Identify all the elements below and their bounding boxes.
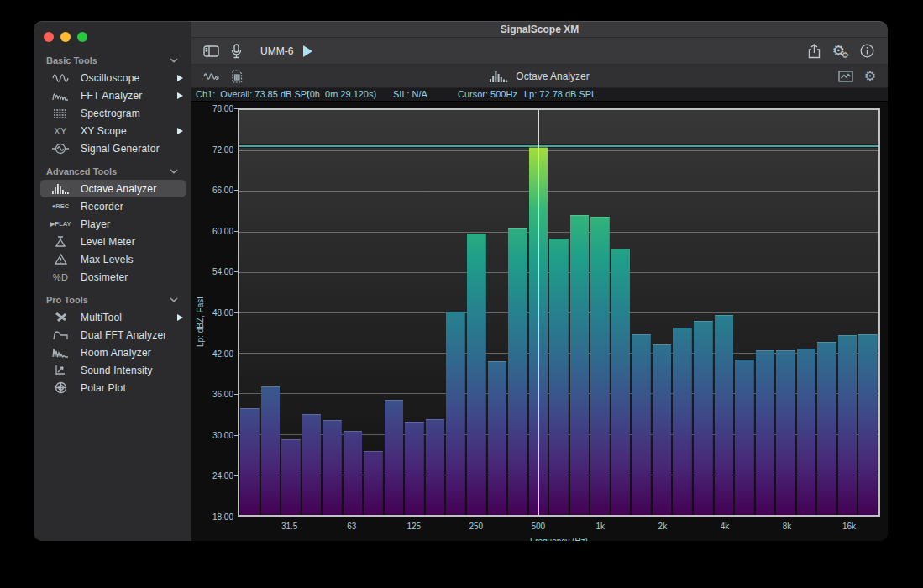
sidebar-item-dosimeter[interactable]: %D Dosimeter xyxy=(34,268,191,286)
spectrum-bar-1k[interactable] xyxy=(590,217,610,515)
octave-analyzer-icon xyxy=(46,183,75,194)
spectrum-bar-250[interactable] xyxy=(467,234,486,515)
sidebar-item-spectrogram[interactable]: Spectrogram xyxy=(34,104,191,122)
start-measurement-button[interactable] xyxy=(303,45,312,57)
y-tick-label: 72.00 xyxy=(191,145,233,155)
tool-settings-gears-icon[interactable]: ⚙ ⚙ xyxy=(832,44,845,58)
y-tick-label: 54.00 xyxy=(191,267,233,276)
sidebar-item-fft-analyzer[interactable]: FFT Analyzer xyxy=(34,87,191,104)
sidebar-item-label: Recorder xyxy=(75,201,183,213)
minimize-window-button[interactable] xyxy=(60,32,71,42)
plot-area[interactable] xyxy=(238,108,880,517)
spectrum-bar-25[interactable] xyxy=(261,386,281,515)
sidebar-item-dual-fft-analyzer[interactable]: Dual FFT Analyzer xyxy=(34,326,191,344)
sidebar-item-label: Max Levels xyxy=(75,254,183,265)
chart-display-options-icon[interactable] xyxy=(838,71,853,82)
submenu-arrow-icon[interactable] xyxy=(177,92,183,99)
status-cursor: Cursor: 500Hz xyxy=(458,89,517,99)
signal-flow-icon[interactable] xyxy=(203,71,220,81)
y-tick-label: 36.00 xyxy=(191,390,233,399)
submenu-arrow-icon[interactable] xyxy=(177,128,183,134)
tool-toolbar: Octave Analyzer ⚙ xyxy=(191,65,888,88)
spectrum-bar-1.6k[interactable] xyxy=(632,334,651,515)
spectrum-bar-400[interactable] xyxy=(508,228,527,515)
app-window: Basic Tools Oscilloscope FFT Analyzer xyxy=(34,21,888,541)
info-icon[interactable] xyxy=(860,44,874,58)
spectrum-bar-40[interactable] xyxy=(302,414,322,515)
zoom-window-button[interactable] xyxy=(77,32,87,42)
section-basic-tools[interactable]: Basic Tools xyxy=(34,52,191,69)
spectrum-bar-3.15k[interactable] xyxy=(694,321,713,515)
spectrum-bar-1.25k[interactable] xyxy=(611,249,631,515)
tool-list: Basic Tools Oscilloscope FFT Analyzer xyxy=(34,49,191,396)
spectrogram-icon xyxy=(46,108,75,118)
sidebar-item-max-levels[interactable]: Max Levels xyxy=(34,250,191,268)
y-tick-label: 48.00 xyxy=(191,308,233,318)
spectrum-bar-125[interactable] xyxy=(405,422,424,515)
device-name: UMM-6 xyxy=(260,45,293,57)
sidebar-item-oscilloscope[interactable]: Oscilloscope xyxy=(34,69,191,87)
sidebar-item-xy-scope[interactable]: XY XY Scope xyxy=(34,122,191,139)
section-label: Basic Tools xyxy=(46,55,97,66)
input-device-selector[interactable]: UMM-6 xyxy=(254,45,293,57)
status-channel-overall: Ch1: Overall: 73.85 dB SPL xyxy=(196,89,312,99)
spectrum-bar-800[interactable] xyxy=(570,215,590,515)
sidebar-toggle-button[interactable] xyxy=(203,45,219,57)
sidebar-item-sound-intensity[interactable]: Sound Intensity xyxy=(34,361,191,379)
spectrum-bar-315[interactable] xyxy=(488,361,507,515)
share-icon[interactable] xyxy=(808,44,821,59)
snapshot-document-icon[interactable] xyxy=(231,70,243,83)
warning-triangle-icon xyxy=(46,254,75,265)
xy-scope-icon: XY xyxy=(46,126,75,136)
polar-plot-icon xyxy=(46,381,75,394)
sidebar-item-room-analyzer[interactable]: Room Analyzer xyxy=(34,344,191,361)
play-icon: ▶PLAY xyxy=(46,220,75,228)
spectrum-bar-2k[interactable] xyxy=(653,344,672,515)
spectrum-bar-6.3k[interactable] xyxy=(756,350,775,515)
fft-analyzer-icon xyxy=(46,91,75,101)
x-tick-label: 1k xyxy=(582,522,619,531)
y-tick-label: 30.00 xyxy=(191,431,233,440)
section-pro-tools[interactable]: Pro Tools xyxy=(34,291,191,308)
sidebar-item-octave-analyzer[interactable]: Octave Analyzer xyxy=(40,180,186,197)
spectrum-bar-20[interactable] xyxy=(240,408,260,515)
spectrum-bar-12.5k[interactable] xyxy=(817,342,836,515)
bars-container xyxy=(239,110,878,515)
sidebar-item-signal-generator[interactable]: Signal Generator xyxy=(34,139,191,157)
sidebar-item-polar-plot[interactable]: Polar Plot xyxy=(34,379,191,396)
sidebar-item-label: Dosimeter xyxy=(75,271,183,283)
sidebar-item-player[interactable]: ▶PLAY Player xyxy=(34,215,191,233)
dual-fft-icon xyxy=(46,330,75,340)
sidebar-item-label: Level Meter xyxy=(75,236,183,248)
spectrum-bar-50[interactable] xyxy=(323,420,342,515)
close-window-button[interactable] xyxy=(44,32,54,42)
sidebar-item-label: FFT Analyzer xyxy=(75,90,177,102)
sidebar-item-recorder[interactable]: ●REC Recorder xyxy=(34,197,191,215)
x-tick-label: 63 xyxy=(333,522,370,531)
cursor-line[interactable] xyxy=(538,110,540,515)
spectrum-bar-8k[interactable] xyxy=(776,350,795,515)
sidebar-item-label: XY Scope xyxy=(75,125,177,137)
spectrum-bar-5k[interactable] xyxy=(735,360,754,515)
spectrum-bar-63[interactable] xyxy=(344,431,363,515)
microphone-icon[interactable] xyxy=(231,44,242,59)
sidebar-item-multitool[interactable]: MultiTool xyxy=(34,308,191,326)
spectrum-bar-200[interactable] xyxy=(446,312,465,515)
spectrum-bar-160[interactable] xyxy=(426,419,445,515)
spectrum-bar-100[interactable] xyxy=(385,400,404,515)
settings-gear-icon[interactable]: ⚙ xyxy=(864,70,876,83)
spectrum-bar-10k[interactable] xyxy=(797,349,816,515)
spectrum-bar-630[interactable] xyxy=(549,239,569,515)
spectrum-bar-16k[interactable] xyxy=(838,335,857,515)
spectrum-bar-4k[interactable] xyxy=(715,315,734,515)
sidebar-item-level-meter[interactable]: Level Meter xyxy=(34,233,191,250)
submenu-arrow-icon[interactable] xyxy=(177,75,183,81)
spectrum-bar-31.5[interactable] xyxy=(281,439,301,515)
section-advanced-tools[interactable]: Advanced Tools xyxy=(34,163,191,180)
spectrum-bar-2.5k[interactable] xyxy=(673,328,692,515)
sidebar-item-label: Dual FFT Analyzer xyxy=(75,329,183,341)
spectrum-bar-20k[interactable] xyxy=(858,334,878,515)
room-analyzer-icon xyxy=(46,348,75,358)
submenu-arrow-icon[interactable] xyxy=(177,314,183,321)
spectrum-bar-80[interactable] xyxy=(364,451,383,515)
